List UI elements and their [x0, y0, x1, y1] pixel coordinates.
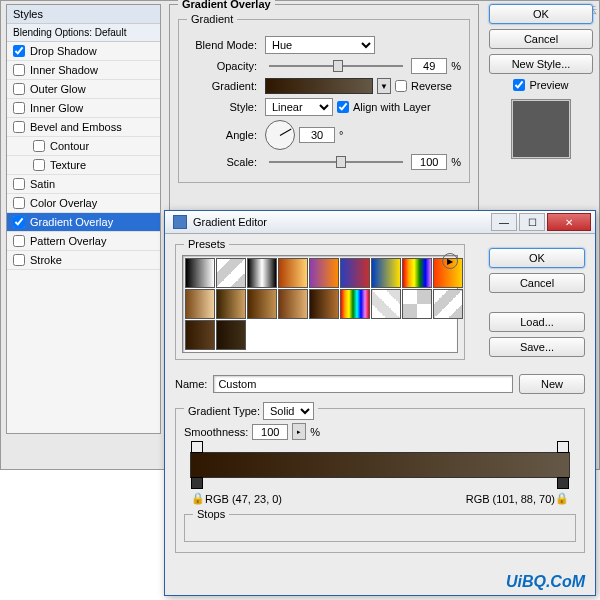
opacity-slider[interactable] — [269, 65, 403, 67]
preset-swatch[interactable] — [185, 258, 215, 288]
style-checkbox[interactable] — [13, 178, 25, 190]
gradient-editor-titlebar[interactable]: Gradient Editor — ☐ ✕ — [165, 211, 595, 234]
style-item-stroke[interactable]: Stroke — [7, 251, 160, 270]
gradient-editor-icon — [173, 215, 187, 229]
angle-dial[interactable] — [265, 120, 295, 150]
ok-button[interactable]: OK — [489, 4, 593, 24]
gradient-group-title: Gradient — [187, 13, 237, 25]
preset-swatch[interactable] — [371, 289, 401, 319]
ge-new-button[interactable]: New — [519, 374, 585, 394]
preview-swatch — [511, 99, 571, 159]
ge-save-button[interactable]: Save... — [489, 337, 585, 357]
style-checkbox[interactable] — [33, 159, 45, 171]
preset-swatch[interactable] — [433, 289, 463, 319]
presets-group: Presets ▶ — [175, 244, 465, 360]
ge-cancel-button[interactable]: Cancel — [489, 273, 585, 293]
angle-input[interactable] — [299, 127, 335, 143]
align-checkbox[interactable] — [337, 101, 349, 113]
color-stop-left[interactable] — [191, 477, 203, 489]
preset-swatch[interactable] — [278, 289, 308, 319]
styles-header[interactable]: Styles — [7, 5, 160, 24]
presets-label: Presets — [184, 238, 229, 250]
gradient-type-select[interactable]: Solid — [263, 402, 314, 420]
style-label: Bevel and Emboss — [30, 121, 122, 133]
preset-swatch[interactable] — [402, 258, 432, 288]
scale-label: Scale: — [187, 156, 257, 168]
opacity-label: Opacity: — [187, 60, 257, 72]
new-style-button[interactable]: New Style... — [489, 54, 593, 74]
preset-swatch[interactable] — [278, 258, 308, 288]
style-checkbox[interactable] — [13, 235, 25, 247]
smoothness-input[interactable] — [252, 424, 288, 440]
preset-swatch[interactable] — [185, 289, 215, 319]
style-label: Color Overlay — [30, 197, 97, 209]
preset-swatch[interactable] — [371, 258, 401, 288]
preset-swatch[interactable] — [340, 289, 370, 319]
style-item-color-overlay[interactable]: Color Overlay — [7, 194, 160, 213]
style-checkbox[interactable] — [13, 216, 25, 228]
ge-load-button[interactable]: Load... — [489, 312, 585, 332]
style-checkbox[interactable] — [13, 102, 25, 114]
scale-input[interactable] — [411, 154, 447, 170]
blend-mode-select[interactable]: Hue — [265, 36, 375, 54]
style-select[interactable]: Linear — [265, 98, 333, 116]
preset-swatch[interactable] — [185, 320, 215, 350]
gradient-bar[interactable]: 🔒 RGB (47, 23, 0) RGB (101, 88, 70) 🔒 — [190, 452, 570, 478]
gradient-picker[interactable] — [265, 78, 373, 94]
opacity-stop-left[interactable] — [191, 441, 203, 453]
preset-swatch[interactable] — [309, 289, 339, 319]
style-checkbox[interactable] — [33, 140, 45, 152]
reverse-checkbox[interactable] — [395, 80, 407, 92]
name-input[interactable] — [213, 375, 513, 393]
style-checkbox[interactable] — [13, 64, 25, 76]
style-item-inner-shadow[interactable]: Inner Shadow — [7, 61, 160, 80]
cancel-button[interactable]: Cancel — [489, 29, 593, 49]
style-label: Contour — [50, 140, 89, 152]
style-item-texture[interactable]: Texture — [7, 156, 160, 175]
style-label: Inner Glow — [30, 102, 83, 114]
style-checkbox[interactable] — [13, 197, 25, 209]
preset-swatch[interactable] — [309, 258, 339, 288]
opacity-pct: % — [451, 60, 461, 72]
maximize-button[interactable]: ☐ — [519, 213, 545, 231]
smoothness-stepper[interactable]: ▸ — [292, 423, 306, 440]
color-stop-right[interactable] — [557, 477, 569, 489]
minimize-button[interactable]: — — [491, 213, 517, 231]
style-item-drop-shadow[interactable]: Drop Shadow — [7, 42, 160, 61]
style-label: Texture — [50, 159, 86, 171]
gradient-dropdown-arrow[interactable]: ▼ — [377, 78, 391, 94]
style-item-pattern-overlay[interactable]: Pattern Overlay — [7, 232, 160, 251]
lock-icon-right: 🔒 — [555, 492, 569, 505]
style-item-bevel-and-emboss[interactable]: Bevel and Emboss — [7, 118, 160, 137]
style-label: Satin — [30, 178, 55, 190]
ge-ok-button[interactable]: OK — [489, 248, 585, 268]
preset-swatch[interactable] — [216, 289, 246, 319]
style-item-satin[interactable]: Satin — [7, 175, 160, 194]
blending-options-row[interactable]: Blending Options: Default — [7, 24, 160, 42]
style-checkbox[interactable] — [13, 83, 25, 95]
preset-swatch[interactable] — [247, 289, 277, 319]
style-item-inner-glow[interactable]: Inner Glow — [7, 99, 160, 118]
preset-swatch[interactable] — [247, 258, 277, 288]
preset-swatch[interactable] — [216, 320, 246, 350]
style-item-contour[interactable]: Contour — [7, 137, 160, 156]
close-button[interactable]: ✕ — [547, 213, 591, 231]
scale-slider[interactable] — [269, 161, 403, 163]
preset-swatch[interactable] — [340, 258, 370, 288]
style-checkbox[interactable] — [13, 121, 25, 133]
gradient-editor-dialog: Gradient Editor — ☐ ✕ Presets ▶ OK Cance… — [164, 210, 596, 596]
preview-checkbox[interactable] — [513, 79, 525, 91]
style-item-outer-glow[interactable]: Outer Glow — [7, 80, 160, 99]
preset-swatch[interactable] — [402, 289, 432, 319]
preset-swatch[interactable] — [216, 258, 246, 288]
style-checkbox[interactable] — [13, 254, 25, 266]
opacity-input[interactable] — [411, 58, 447, 74]
presets-menu-button[interactable]: ▶ — [442, 253, 458, 269]
gradient-type-label: Gradient Type: — [188, 405, 260, 417]
style-item-gradient-overlay[interactable]: Gradient Overlay — [7, 213, 160, 232]
opacity-stop-right[interactable] — [557, 441, 569, 453]
style-checkbox[interactable] — [13, 45, 25, 57]
smoothness-pct: % — [310, 426, 320, 438]
style-label: Style: — [187, 101, 257, 113]
stops-group: Stops — [184, 514, 576, 542]
